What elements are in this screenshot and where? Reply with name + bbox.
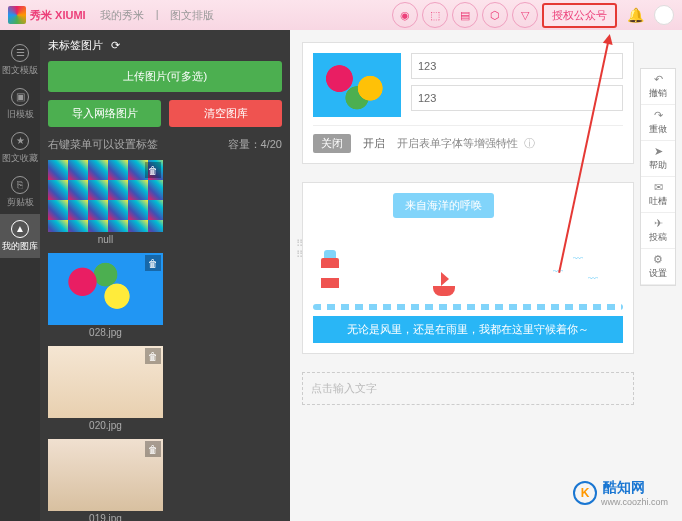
header-icon-4[interactable]: ⬡ [482, 2, 508, 28]
auth-account-button[interactable]: 授权公众号 [542, 3, 617, 28]
header-icon-5[interactable]: ▽ [512, 2, 538, 28]
image-icon: ▲ [11, 220, 29, 238]
avatar[interactable] [654, 5, 674, 25]
sidebar-title: 未标签图片 [48, 38, 103, 53]
grid-handle-icon[interactable]: ⠿⠿ [296, 238, 303, 260]
crumb-current: 图文排版 [166, 8, 218, 23]
nav-rail: ☰图文模版 ▣旧模板 ★图文收藏 ⎘剪贴板 ▲我的图库 [0, 30, 40, 521]
help-icon[interactable]: ⓘ [524, 136, 535, 151]
right-toolbar: ↶撤销 ↷重做 ➤帮助 ✉吐槽 ✈投稿 ⚙设置 [640, 68, 676, 286]
delete-icon[interactable]: 🗑 [145, 348, 161, 364]
import-url-button[interactable]: 导入网络图片 [48, 100, 161, 127]
tool-redo[interactable]: ↷重做 [641, 105, 675, 141]
delete-icon[interactable]: 🗑 [145, 162, 161, 178]
header: 秀米 XIUMI 我的秀米 | 图文排版 ◉ ⬚ ▤ ⬡ ▽ 授权公众号 🔔 [0, 0, 682, 30]
template-icon: ☰ [11, 44, 29, 62]
redo-icon: ↷ [654, 109, 663, 122]
crumb-sep: | [152, 8, 163, 23]
clear-gallery-button[interactable]: 清空图库 [169, 100, 282, 127]
help-icon: ➤ [654, 145, 663, 158]
breadcrumb: 我的秀米 | 图文排版 [96, 8, 219, 23]
upload-button[interactable]: 上传图片(可多选) [48, 61, 282, 92]
header-icon-3[interactable]: ▤ [452, 2, 478, 28]
bird-icon: 〰 [588, 273, 598, 284]
refresh-icon[interactable]: ⟳ [111, 39, 120, 52]
clipboard-icon: ⎘ [11, 176, 29, 194]
tool-feedback[interactable]: ✉吐槽 [641, 177, 675, 213]
delete-icon[interactable]: 🗑 [145, 255, 161, 271]
editor-canvas: 关闭 开启 开启表单字体等增强特性 ⓘ 来自海洋的呼唤 〰 〰 〰 无论是风里，… [290, 30, 682, 521]
bird-icon: 〰 [573, 253, 583, 264]
subtitle-input[interactable] [411, 85, 623, 111]
title-input[interactable] [411, 53, 623, 79]
undo-icon: ↶ [654, 73, 663, 86]
bubble-text[interactable]: 来自海洋的呼唤 [393, 193, 494, 218]
send-icon: ✈ [654, 217, 663, 230]
rail-old-templates[interactable]: ▣旧模板 [0, 82, 40, 126]
rail-templates[interactable]: ☰图文模版 [0, 38, 40, 82]
star-icon: ★ [11, 132, 29, 150]
caption-bar[interactable]: 无论是风里，还是在雨里，我都在这里守候着你～ [313, 316, 623, 343]
thumb-item[interactable]: 🗑null [48, 160, 163, 247]
wave-decoration [313, 304, 623, 310]
content-card[interactable]: 来自海洋的呼唤 〰 〰 〰 无论是风里，还是在雨里，我都在这里守候着你～ [302, 182, 634, 354]
header-icon-2[interactable]: ⬚ [422, 2, 448, 28]
sidebar: 未标签图片 ⟳ 上传图片(可多选) 导入网络图片 清空图库 右键菜单可以设置标签… [40, 30, 290, 521]
watermark-logo: K [573, 481, 597, 505]
header-actions: ◉ ⬚ ▤ ⬡ ▽ 授权公众号 🔔 [392, 2, 674, 28]
capacity: 容量：4/20 [228, 137, 282, 152]
bell-icon[interactable]: 🔔 [627, 7, 644, 23]
thumbnail-grid: 🗑null 🗑028.jpg 🗑020.jpg 🗑019.jpg [48, 160, 282, 521]
old-template-icon: ▣ [11, 88, 29, 106]
boat-icon [433, 286, 455, 296]
form-hint: 开启表单字体等增强特性 [397, 136, 518, 151]
rail-favorites[interactable]: ★图文收藏 [0, 126, 40, 170]
logo [8, 6, 26, 24]
header-icon-1[interactable]: ◉ [392, 2, 418, 28]
tag-hint: 右键菜单可以设置标签 [48, 137, 158, 152]
tool-settings[interactable]: ⚙设置 [641, 249, 675, 285]
thumb-item[interactable]: 🗑019.jpg [48, 439, 163, 521]
watermark: K 酷知网 www.coozhi.com [573, 479, 668, 507]
rail-gallery[interactable]: ▲我的图库 [0, 214, 40, 258]
toggle-off[interactable]: 关闭 [313, 134, 351, 153]
thumb-item[interactable]: 🗑028.jpg [48, 253, 163, 340]
brand: 秀米 XIUMI [30, 8, 86, 23]
crumb-home[interactable]: 我的秀米 [96, 8, 148, 23]
feedback-icon: ✉ [654, 181, 663, 194]
cover-preview[interactable] [313, 53, 401, 117]
rail-clipboard[interactable]: ⎘剪贴板 [0, 170, 40, 214]
toggle-on[interactable]: 开启 [357, 134, 391, 153]
lighthouse-icon [321, 258, 339, 298]
tool-help[interactable]: ➤帮助 [641, 141, 675, 177]
illustration: 〰 〰 〰 [313, 248, 623, 298]
text-placeholder[interactable]: 点击输入文字 [302, 372, 634, 405]
gear-icon: ⚙ [653, 253, 663, 266]
tool-submit[interactable]: ✈投稿 [641, 213, 675, 249]
thumb-item[interactable]: 🗑020.jpg [48, 346, 163, 433]
delete-icon[interactable]: 🗑 [145, 441, 161, 457]
tool-undo[interactable]: ↶撤销 [641, 69, 675, 105]
